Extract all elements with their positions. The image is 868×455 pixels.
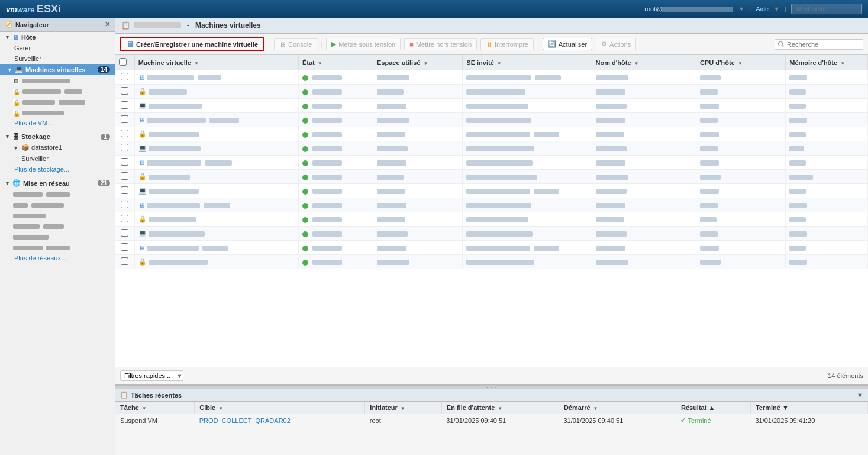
sidebar-plus-reseaux[interactable]: Plus de réseaux... (0, 253, 115, 263)
row-checkbox-cell[interactable] (115, 70, 134, 85)
tasks-col-tache[interactable]: Tâche ▼ (115, 402, 195, 414)
row-checkbox-cell[interactable] (115, 170, 134, 184)
tasks-col-file[interactable]: En file d'attente ▼ (441, 402, 559, 414)
row-machine[interactable]: 🔒 (134, 255, 298, 269)
sidebar-vm-child-4[interactable]: 🔒 (0, 107, 115, 118)
mettre-sous-tension-button[interactable]: ▶ Mettre sous tension (326, 38, 401, 50)
row-checkbox-cell[interactable] (115, 156, 134, 170)
sidebar-datastore-group[interactable]: ▼ 📦 datastore1 (0, 142, 115, 153)
row-checkbox[interactable] (121, 172, 128, 180)
sidebar-plus-vm[interactable]: Plus de VM... (0, 118, 115, 128)
tasks-col-cible[interactable]: Cible ▼ (195, 402, 365, 414)
row-checkbox-cell[interactable] (115, 85, 134, 99)
row-checkbox[interactable] (121, 229, 128, 237)
row-checkbox[interactable] (121, 87, 128, 95)
row-checkbox[interactable] (121, 215, 128, 222)
actualiser-button[interactable]: 🔄 Actualiser (543, 38, 592, 50)
tasks-col-resultat[interactable]: Résultat ▲ (676, 402, 750, 414)
row-checkbox[interactable] (121, 115, 128, 123)
sidebar-net-child-2[interactable] (0, 199, 115, 210)
row-checkbox-cell[interactable] (115, 184, 134, 198)
table-row[interactable]: 🔒 (115, 255, 868, 269)
row-checkbox-cell[interactable] (115, 141, 134, 156)
table-row[interactable]: 💻 (115, 141, 868, 156)
sidebar-item-mise-en-reseau[interactable]: ▼ 🌐 Mise en réseau 21 (0, 178, 115, 189)
row-machine[interactable]: 💻 (134, 184, 298, 198)
table-row[interactable]: 🖥 (115, 70, 868, 85)
sidebar-surveiller-storage[interactable]: Surveiller (0, 153, 115, 164)
sidebar-vm-child-1[interactable]: 🖥 (0, 75, 115, 86)
row-checkbox[interactable] (121, 73, 128, 80)
table-row[interactable]: 💻 (115, 184, 868, 198)
table-row[interactable]: 🔒 (115, 212, 868, 227)
actions-button[interactable]: ⚙ Actions (596, 38, 636, 50)
select-all-checkbox[interactable] (119, 58, 127, 66)
console-button[interactable]: 🖥 Console (274, 38, 317, 50)
row-checkbox[interactable] (121, 257, 128, 265)
table-row[interactable]: 🖥 (115, 156, 868, 170)
row-machine[interactable]: 💻 (134, 227, 298, 241)
sidebar-item-gerer[interactable]: Gérer (0, 43, 115, 53)
sidebar-vm-child-2[interactable]: 🔒 (0, 86, 115, 96)
sidebar-item-machines-virtuelles[interactable]: ▼ 💻 Machines virtuelles 14 (0, 64, 115, 75)
row-checkbox-cell[interactable] (115, 198, 134, 212)
row-machine[interactable]: 🔒 (134, 170, 298, 184)
row-machine[interactable]: 🔒 (134, 85, 298, 99)
table-row[interactable]: 💻 (115, 227, 868, 241)
row-machine[interactable]: 🖥 (134, 156, 298, 170)
row-checkbox[interactable] (121, 243, 128, 251)
row-machine[interactable]: 💻 (134, 99, 298, 113)
table-row[interactable]: 💻 (115, 99, 868, 113)
row-checkbox[interactable] (121, 144, 128, 151)
row-machine[interactable]: 🖥 (134, 70, 298, 85)
row-machine[interactable]: 🖥 (134, 198, 298, 212)
filtres-rapides-select[interactable]: Filtres rapides... (120, 370, 183, 381)
row-machine[interactable]: 🔒 (134, 212, 298, 227)
row-checkbox-cell[interactable] (115, 255, 134, 269)
row-checkbox[interactable] (121, 158, 128, 166)
col-header-memoire[interactable]: Mémoire d'hôte ▼ (786, 55, 868, 70)
sidebar-collapse-icon[interactable]: ✕ (105, 21, 110, 28)
tasks-col-initiateur[interactable]: Initiateur ▼ (365, 402, 441, 414)
row-machine[interactable]: 🖥 (134, 241, 298, 255)
sidebar-net-child-4[interactable] (0, 221, 115, 231)
table-row[interactable]: 🖥 (115, 198, 868, 212)
table-row[interactable]: 🖥 (115, 113, 868, 127)
table-row[interactable]: 🖥 (115, 241, 868, 255)
row-checkbox[interactable] (121, 201, 128, 208)
sidebar-net-child-3[interactable] (0, 210, 115, 221)
mettre-hors-tension-button[interactable]: ■ Mettre hors tension (404, 38, 477, 50)
row-checkbox[interactable] (121, 101, 128, 109)
col-header-etat[interactable]: État ▼ (298, 55, 373, 70)
tasks-col-demarre[interactable]: Démarré ▼ (559, 402, 676, 414)
sidebar-plus-stockage[interactable]: Plus de stockage... (0, 164, 115, 175)
sidebar-item-surveiller[interactable]: Surveiller (0, 53, 115, 64)
col-header-hote[interactable]: Nom d'hôte ▼ (592, 55, 696, 70)
col-header-cpu[interactable]: CPU d'hôte ▼ (696, 55, 785, 70)
tasks-close-icon[interactable]: ▼ (857, 392, 863, 399)
col-header-machine[interactable]: Machine virtuelle ▼ (134, 55, 298, 70)
col-header-se[interactable]: SE invité ▼ (463, 55, 592, 70)
row-checkbox-cell[interactable] (115, 241, 134, 255)
row-machine[interactable]: 🖥 (134, 113, 298, 127)
table-row[interactable]: 🔒 (115, 127, 868, 141)
sidebar-net-child-5[interactable] (0, 231, 115, 242)
interrompre-button[interactable]: ⏸ Interrompre (480, 38, 534, 50)
tasks-col-termine[interactable]: Terminé ▼ (750, 402, 867, 414)
table-row[interactable]: 🔒 (115, 170, 868, 184)
row-checkbox-cell[interactable] (115, 113, 134, 127)
row-machine[interactable]: 💻 (134, 141, 298, 156)
sidebar-net-child-1[interactable] (0, 189, 115, 199)
sidebar-net-child-6[interactable] (0, 242, 115, 253)
row-checkbox[interactable] (121, 186, 128, 194)
row-checkbox[interactable] (121, 130, 128, 137)
sidebar-item-hote[interactable]: ▼ 🖥 Hôte (0, 32, 115, 43)
sidebar-item-stockage[interactable]: ▼ 🗄 Stockage 1 (0, 131, 115, 142)
sidebar-vm-child-3[interactable]: 🔒 (0, 96, 115, 107)
row-checkbox-cell[interactable] (115, 127, 134, 141)
row-checkbox-cell[interactable] (115, 212, 134, 227)
header-search-input[interactable] (791, 4, 862, 14)
row-machine[interactable]: 🔒 (134, 127, 298, 141)
col-header-check[interactable] (115, 55, 134, 70)
col-header-espace[interactable]: Espace utilisé ▼ (373, 55, 463, 70)
